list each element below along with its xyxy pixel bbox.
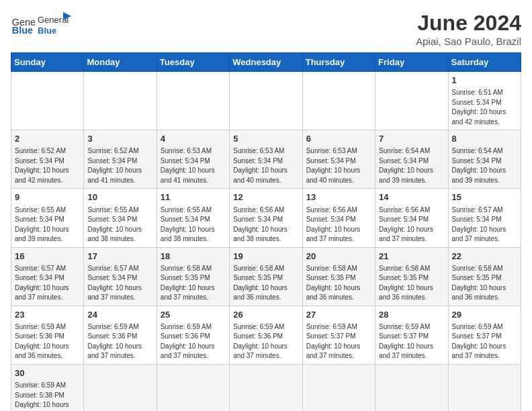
day-number: 29	[452, 309, 517, 321]
day-number: 25	[161, 309, 226, 321]
week-row-6: 30Sunrise: 6:59 AMSunset: 5:38 PMDayligh…	[11, 364, 521, 411]
day-number: 13	[306, 191, 371, 203]
calendar-cell	[157, 364, 229, 411]
week-row-1: 1Sunrise: 6:51 AMSunset: 5:34 PMDaylight…	[11, 72, 521, 130]
day-number: 28	[379, 309, 444, 321]
calendar-cell: 12Sunrise: 6:56 AMSunset: 5:34 PMDayligh…	[230, 189, 302, 247]
calendar-cell: 29Sunrise: 6:59 AMSunset: 5:37 PMDayligh…	[448, 306, 521, 364]
day-number: 30	[15, 367, 80, 379]
weekday-header-thursday: Thursday	[302, 53, 375, 72]
calendar-cell	[157, 72, 229, 130]
day-info: Sunrise: 6:54 AMSunset: 5:34 PMDaylight:…	[379, 146, 444, 185]
calendar-cell: 28Sunrise: 6:59 AMSunset: 5:37 PMDayligh…	[375, 306, 448, 364]
calendar-cell: 13Sunrise: 6:56 AMSunset: 5:34 PMDayligh…	[302, 189, 375, 247]
calendar-cell: 30Sunrise: 6:59 AMSunset: 5:38 PMDayligh…	[11, 364, 84, 411]
svg-text:Blue: Blue	[12, 25, 33, 36]
day-info: Sunrise: 6:56 AMSunset: 5:34 PMDaylight:…	[306, 205, 371, 244]
logo-flag-icon: General Blue	[38, 11, 71, 38]
day-info: Sunrise: 6:59 AMSunset: 5:36 PMDaylight:…	[233, 322, 298, 361]
day-info: Sunrise: 6:53 AMSunset: 5:34 PMDaylight:…	[306, 146, 371, 185]
calendar-cell: 8Sunrise: 6:54 AMSunset: 5:34 PMDaylight…	[448, 130, 521, 189]
day-number: 10	[87, 191, 152, 203]
day-info: Sunrise: 6:58 AMSunset: 5:35 PMDaylight:…	[161, 264, 226, 303]
day-info: Sunrise: 6:53 AMSunset: 5:34 PMDaylight:…	[233, 146, 298, 185]
weekday-header-sunday: Sunday	[11, 53, 84, 72]
day-info: Sunrise: 6:55 AMSunset: 5:34 PMDaylight:…	[87, 205, 152, 244]
day-number: 17	[87, 250, 152, 263]
calendar-cell	[230, 72, 302, 130]
day-info: Sunrise: 6:58 AMSunset: 5:35 PMDaylight:…	[452, 264, 517, 303]
day-info: Sunrise: 6:52 AMSunset: 5:34 PMDaylight:…	[87, 146, 152, 185]
week-row-5: 23Sunrise: 6:59 AMSunset: 5:36 PMDayligh…	[11, 306, 521, 364]
day-info: Sunrise: 6:55 AMSunset: 5:34 PMDaylight:…	[161, 205, 226, 244]
day-number: 2	[15, 133, 80, 145]
day-number: 15	[452, 191, 517, 203]
day-number: 21	[379, 250, 444, 263]
day-number: 22	[452, 250, 517, 263]
day-number: 20	[306, 250, 371, 263]
calendar-cell: 25Sunrise: 6:59 AMSunset: 5:36 PMDayligh…	[157, 306, 229, 364]
weekday-header-wednesday: Wednesday	[230, 53, 302, 72]
calendar-cell: 11Sunrise: 6:55 AMSunset: 5:34 PMDayligh…	[157, 189, 229, 247]
day-info: Sunrise: 6:51 AMSunset: 5:34 PMDaylight:…	[452, 88, 517, 127]
day-number: 16	[15, 250, 80, 263]
calendar-cell: 24Sunrise: 6:59 AMSunset: 5:36 PMDayligh…	[84, 306, 157, 364]
day-number: 11	[161, 191, 226, 203]
svg-text:Blue: Blue	[38, 26, 56, 36]
calendar-cell	[302, 72, 375, 130]
day-info: Sunrise: 6:59 AMSunset: 5:36 PMDaylight:…	[15, 322, 80, 361]
calendar-cell: 5Sunrise: 6:53 AMSunset: 5:34 PMDaylight…	[230, 130, 302, 189]
day-info: Sunrise: 6:57 AMSunset: 5:34 PMDaylight:…	[15, 264, 80, 303]
calendar-cell: 10Sunrise: 6:55 AMSunset: 5:34 PMDayligh…	[84, 189, 157, 247]
calendar-cell: 19Sunrise: 6:58 AMSunset: 5:35 PMDayligh…	[230, 247, 302, 306]
day-info: Sunrise: 6:52 AMSunset: 5:34 PMDaylight:…	[15, 146, 80, 185]
calendar-cell	[302, 364, 375, 411]
calendar-cell: 14Sunrise: 6:56 AMSunset: 5:34 PMDayligh…	[375, 189, 448, 247]
calendar-cell: 3Sunrise: 6:52 AMSunset: 5:34 PMDaylight…	[84, 130, 157, 189]
weekday-header-friday: Friday	[375, 53, 448, 72]
day-info: Sunrise: 6:55 AMSunset: 5:34 PMDaylight:…	[15, 205, 80, 244]
calendar-cell: 20Sunrise: 6:58 AMSunset: 5:35 PMDayligh…	[302, 247, 375, 306]
calendar-cell: 27Sunrise: 6:59 AMSunset: 5:37 PMDayligh…	[302, 306, 375, 364]
calendar-cell	[375, 364, 448, 411]
calendar-cell	[84, 364, 157, 411]
calendar-cell: 16Sunrise: 6:57 AMSunset: 5:34 PMDayligh…	[11, 247, 84, 306]
calendar-cell: 2Sunrise: 6:52 AMSunset: 5:34 PMDaylight…	[11, 130, 84, 189]
week-row-4: 16Sunrise: 6:57 AMSunset: 5:34 PMDayligh…	[11, 247, 521, 306]
day-info: Sunrise: 6:54 AMSunset: 5:34 PMDaylight:…	[452, 146, 517, 185]
day-number: 9	[15, 191, 80, 203]
day-number: 8	[452, 133, 517, 145]
day-info: Sunrise: 6:59 AMSunset: 5:38 PMDaylight:…	[15, 381, 80, 411]
calendar-cell: 17Sunrise: 6:57 AMSunset: 5:34 PMDayligh…	[84, 247, 157, 306]
logo-icon: General Blue	[11, 12, 35, 36]
day-number: 14	[379, 191, 444, 203]
weekday-header-tuesday: Tuesday	[157, 53, 229, 72]
calendar-cell	[84, 72, 157, 130]
logo: General Blue General Blue	[11, 11, 71, 38]
weekday-header-monday: Monday	[84, 53, 157, 72]
weekday-header-saturday: Saturday	[448, 53, 521, 72]
day-info: Sunrise: 6:59 AMSunset: 5:36 PMDaylight:…	[87, 322, 152, 361]
day-info: Sunrise: 6:59 AMSunset: 5:37 PMDaylight:…	[452, 322, 517, 361]
day-number: 4	[161, 133, 226, 145]
day-number: 12	[233, 191, 298, 203]
day-info: Sunrise: 6:59 AMSunset: 5:37 PMDaylight:…	[379, 322, 444, 361]
day-number: 26	[233, 309, 298, 321]
calendar-cell: 21Sunrise: 6:58 AMSunset: 5:35 PMDayligh…	[375, 247, 448, 306]
day-info: Sunrise: 6:56 AMSunset: 5:34 PMDaylight:…	[233, 205, 298, 244]
day-number: 1	[452, 75, 517, 87]
calendar-cell: 7Sunrise: 6:54 AMSunset: 5:34 PMDaylight…	[375, 130, 448, 189]
calendar-cell: 15Sunrise: 6:57 AMSunset: 5:34 PMDayligh…	[448, 189, 521, 247]
day-info: Sunrise: 6:57 AMSunset: 5:34 PMDaylight:…	[452, 205, 517, 244]
calendar-cell	[375, 72, 448, 130]
calendar-cell: 23Sunrise: 6:59 AMSunset: 5:36 PMDayligh…	[11, 306, 84, 364]
calendar-cell: 1Sunrise: 6:51 AMSunset: 5:34 PMDaylight…	[448, 72, 521, 130]
calendar-cell: 26Sunrise: 6:59 AMSunset: 5:36 PMDayligh…	[230, 306, 302, 364]
day-info: Sunrise: 6:59 AMSunset: 5:37 PMDaylight:…	[306, 322, 371, 361]
day-number: 5	[233, 133, 298, 145]
day-info: Sunrise: 6:56 AMSunset: 5:34 PMDaylight:…	[379, 205, 444, 244]
day-number: 6	[306, 133, 371, 145]
calendar-cell	[230, 364, 302, 411]
calendar-cell: 18Sunrise: 6:58 AMSunset: 5:35 PMDayligh…	[157, 247, 229, 306]
page-header: General Blue General Blue June 2024 Apia…	[11, 11, 521, 47]
